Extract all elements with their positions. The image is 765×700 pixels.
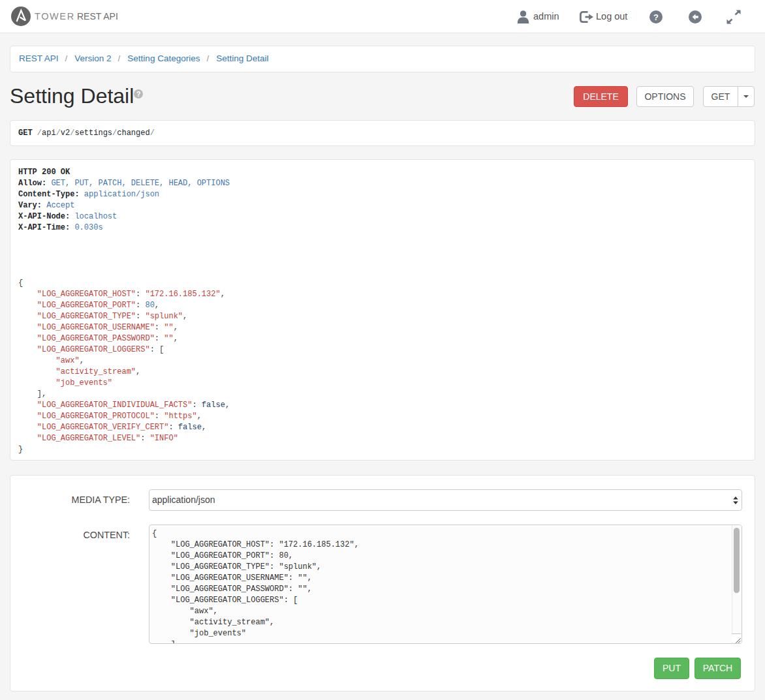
svg-text:?: ?: [653, 12, 659, 22]
